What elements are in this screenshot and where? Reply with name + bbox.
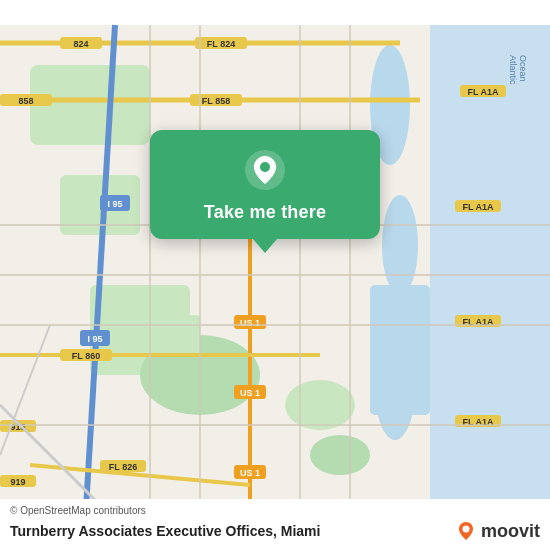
svg-text:US 1: US 1 <box>240 318 260 328</box>
bottom-info-bar: © OpenStreetMap contributors Turnberry A… <box>0 499 550 550</box>
navigation-card: Take me there <box>150 130 380 239</box>
svg-text:US 1: US 1 <box>240 388 260 398</box>
svg-text:919: 919 <box>10 477 25 487</box>
map-container: 824 FL 824 858 FL 858 FL A1A FL A1A FL A… <box>0 0 550 550</box>
take-me-there-button[interactable]: Take me there <box>204 202 326 223</box>
map-background: 824 FL 824 858 FL 858 FL A1A FL A1A FL A… <box>0 0 550 550</box>
svg-point-3 <box>382 195 418 295</box>
svg-text:I 95: I 95 <box>107 199 122 209</box>
svg-text:Ocean: Ocean <box>518 55 528 82</box>
moovit-brand-text: moovit <box>481 521 540 542</box>
svg-text:FL 860: FL 860 <box>72 351 100 361</box>
svg-text:FL A1A: FL A1A <box>467 87 499 97</box>
svg-text:FL 824: FL 824 <box>207 39 235 49</box>
svg-text:FL A1A: FL A1A <box>462 202 494 212</box>
svg-text:FL 826: FL 826 <box>109 462 137 472</box>
svg-point-11 <box>310 435 370 475</box>
svg-text:824: 824 <box>73 39 88 49</box>
svg-point-67 <box>462 526 469 533</box>
svg-point-10 <box>285 380 355 430</box>
svg-text:FL 858: FL 858 <box>202 96 230 106</box>
svg-text:US 1: US 1 <box>240 468 260 478</box>
moovit-icon <box>455 520 477 542</box>
svg-text:Atlantic: Atlantic <box>508 55 518 85</box>
map-attribution: © OpenStreetMap contributors <box>10 505 540 516</box>
svg-point-66 <box>260 162 270 172</box>
svg-text:I 95: I 95 <box>87 334 102 344</box>
moovit-logo: moovit <box>455 520 540 542</box>
location-row: Turnberry Associates Executive Offices, … <box>10 520 540 542</box>
location-pin-icon <box>243 148 287 192</box>
svg-text:858: 858 <box>18 96 33 106</box>
location-name: Turnberry Associates Executive Offices, … <box>10 523 455 539</box>
svg-rect-12 <box>150 315 200 355</box>
svg-rect-5 <box>370 285 430 415</box>
